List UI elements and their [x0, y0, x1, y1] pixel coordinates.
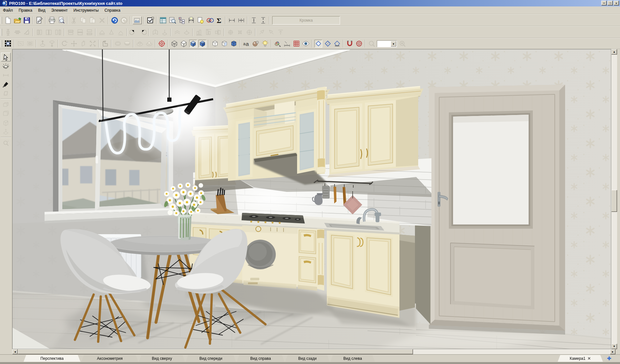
svg-text:a: a	[246, 41, 249, 47]
svg-text:Σ: Σ	[217, 16, 221, 24]
svg-text:a: a	[208, 19, 210, 22]
svg-text:a: a	[243, 41, 246, 46]
